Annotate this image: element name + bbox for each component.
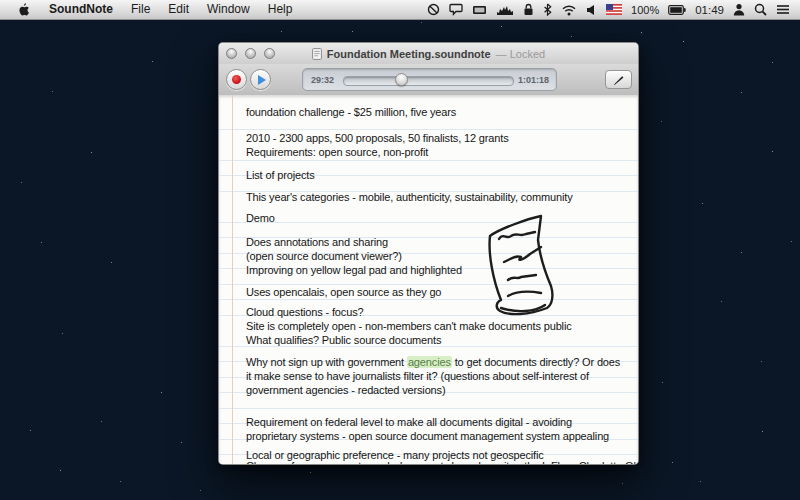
note-line: 2010 - 2300 apps, 500 proposals, 50 fina…	[246, 131, 636, 145]
menu-help[interactable]: Help	[259, 0, 302, 19]
apple-icon	[19, 3, 31, 17]
draw-mode-button[interactable]	[605, 70, 632, 89]
play-button[interactable]	[250, 69, 271, 90]
margin-line	[232, 95, 233, 464]
waveform-icon[interactable]	[496, 4, 514, 16]
chat-icon[interactable]	[449, 3, 463, 16]
menu-clock[interactable]: 01:49	[695, 4, 724, 16]
search-icon[interactable]	[754, 3, 767, 16]
close-button[interactable]	[226, 48, 237, 59]
play-icon	[258, 75, 266, 85]
player-toolbar: 29:32 1:01:18	[219, 64, 638, 96]
highlight-suffix: to get documents directly? Or does	[452, 356, 620, 368]
menu-bar-status: 100% 01:49	[427, 3, 800, 16]
note-paragraph-clipped: Chances for news orgs to push documents …	[246, 459, 636, 464]
pencil-icon	[612, 73, 626, 87]
total-time: 1:01:18	[518, 75, 549, 85]
battery-percent: 100%	[631, 4, 659, 16]
document-title: Foundation Meeting.soundnote	[327, 48, 491, 60]
zoom-button[interactable]	[264, 48, 275, 59]
apple-menu[interactable]	[10, 3, 40, 17]
note-line: proprietary systems - open source docume…	[246, 429, 636, 443]
note-line: Chances for news orgs to push documents …	[246, 459, 636, 464]
notification-list-icon[interactable]	[776, 4, 790, 15]
note-line: government agencies - redacted versions)	[246, 383, 636, 397]
menu-soundnote[interactable]: SoundNote	[40, 0, 122, 19]
record-button[interactable]	[226, 69, 247, 90]
note-line-highlighted: Why not sign up with government agencies…	[246, 355, 636, 369]
soundnote-window: Foundation Meeting.soundnote — Locked 29…	[218, 42, 639, 465]
traffic-lights	[226, 48, 275, 59]
lock-icon[interactable]	[523, 3, 534, 16]
highlight-prefix: Why not sign up with government	[246, 356, 407, 368]
us-flag-icon[interactable]	[606, 4, 622, 15]
note-paragraph: 2010 - 2300 apps, 500 proposals, 50 fina…	[246, 131, 636, 159]
note-line: This year's categories - mobile, authent…	[246, 190, 636, 204]
note-line: it make sense to have journalists filter…	[246, 369, 636, 383]
battery-icon[interactable]	[668, 5, 686, 15]
note-paragraph: Why not sign up with government agencies…	[246, 355, 636, 397]
playback-slider[interactable]	[343, 76, 514, 86]
note-paragraph: foundation challenge - $25 million, five…	[246, 105, 636, 119]
volume-icon[interactable]	[586, 4, 597, 16]
user-icon[interactable]	[733, 3, 745, 16]
note-paragraph: This year's categories - mobile, authent…	[246, 190, 636, 204]
note-paper[interactable]: foundation challenge - $25 million, five…	[219, 95, 638, 464]
bluetooth-icon[interactable]	[543, 3, 552, 16]
hand-drawn-doodle	[477, 212, 581, 322]
menu-file[interactable]: File	[122, 0, 159, 19]
menu-bar-left: SoundNote File Edit Window Help	[0, 0, 301, 19]
blocked-icon[interactable]	[427, 3, 440, 16]
display-icon[interactable]	[472, 4, 487, 16]
note-paragraph: Requirement on federal level to make all…	[246, 415, 636, 443]
note-line: Requirement on federal level to make all…	[246, 415, 636, 429]
note-line: Requirements: open source, non-profit	[246, 145, 636, 159]
minimize-button[interactable]	[245, 48, 256, 59]
wifi-icon[interactable]	[561, 4, 577, 16]
elapsed-time: 29:32	[311, 75, 334, 85]
document-icon	[312, 48, 322, 60]
note-line: List of projects	[246, 168, 636, 182]
note-paragraph: List of projects	[246, 168, 636, 182]
slider-thumb[interactable]	[395, 73, 408, 86]
lock-status: — Locked	[496, 48, 546, 60]
note-line: What qualifies? Public source documents	[246, 333, 636, 347]
menu-bar: SoundNote File Edit Window Help	[0, 0, 800, 20]
playback-panel: 29:32 1:01:18	[302, 68, 557, 91]
record-icon	[232, 75, 241, 84]
highlighted-word[interactable]: agencies	[407, 356, 452, 368]
note-line: foundation challenge - $25 million, five…	[246, 105, 636, 119]
menu-window[interactable]: Window	[198, 0, 259, 19]
menu-edit[interactable]: Edit	[159, 0, 198, 19]
title-bar[interactable]: Foundation Meeting.soundnote — Locked	[219, 43, 638, 65]
window-title: Foundation Meeting.soundnote — Locked	[312, 48, 545, 60]
